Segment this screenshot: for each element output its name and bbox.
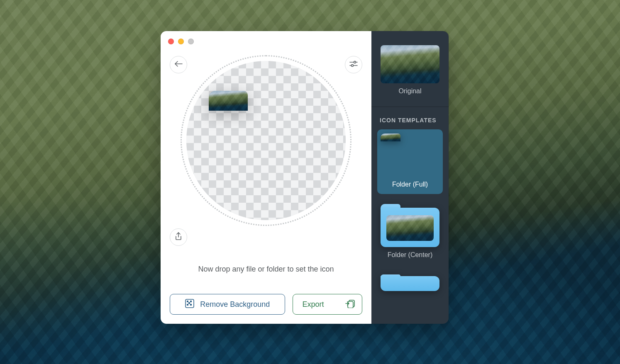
sidebar-item-label: Folder (Center) <box>388 251 432 259</box>
sidebar-item-label: Original <box>398 87 421 95</box>
minimize-window-button[interactable] <box>178 39 184 44</box>
bottom-action-bar: Remove Background Export <box>170 294 362 315</box>
export-button[interactable]: Export <box>293 294 362 315</box>
drop-instruction-text: Now drop any file or folder to set the i… <box>161 265 371 274</box>
svg-point-1 <box>351 65 354 67</box>
zoom-window-button[interactable] <box>188 39 194 44</box>
folder-full-thumbnail <box>381 133 439 177</box>
window-controls <box>168 39 194 44</box>
folder-next-thumbnail <box>381 274 439 291</box>
export-icon <box>345 299 355 310</box>
folder-icon-preview <box>209 91 323 190</box>
sidebar-item-next[interactable] <box>377 270 443 291</box>
svg-point-0 <box>354 61 356 63</box>
folder-center-thumbnail <box>381 204 439 247</box>
main-panel: Now drop any file or folder to set the i… <box>161 31 371 324</box>
sidebar-item-folder-full[interactable]: Folder (Full) <box>377 129 443 194</box>
svg-rect-6 <box>187 304 188 306</box>
app-window: Now drop any file or folder to set the i… <box>161 31 449 324</box>
sidebar-scroll[interactable]: Original ICON TEMPLATES Folder (Full) <box>371 31 449 324</box>
share-icon <box>175 232 182 242</box>
remove-background-label: Remove Background <box>200 300 270 309</box>
sidebar-divider <box>371 107 449 107</box>
sidebar-item-original[interactable]: Original <box>377 41 443 101</box>
close-window-button[interactable] <box>168 39 174 44</box>
svg-rect-4 <box>190 301 192 302</box>
svg-rect-5 <box>188 302 190 304</box>
remove-background-icon <box>185 299 194 310</box>
icon-preview-area[interactable] <box>181 55 351 226</box>
sidebar-item-folder-center[interactable]: Folder (Center) <box>377 200 443 265</box>
original-thumbnail <box>381 45 439 83</box>
sidebar-section-header: ICON TEMPLATES <box>377 113 439 124</box>
share-button[interactable] <box>170 228 187 246</box>
desktop-wallpaper: Now drop any file or folder to set the i… <box>0 0 620 364</box>
sidebar-item-label: Folder (Full) <box>392 181 428 188</box>
export-label: Export <box>302 300 324 309</box>
svg-rect-7 <box>190 304 192 306</box>
templates-sidebar: Original ICON TEMPLATES Folder (Full) <box>371 31 449 324</box>
remove-background-button[interactable]: Remove Background <box>170 294 285 315</box>
svg-rect-3 <box>187 301 188 302</box>
svg-rect-9 <box>348 301 353 308</box>
